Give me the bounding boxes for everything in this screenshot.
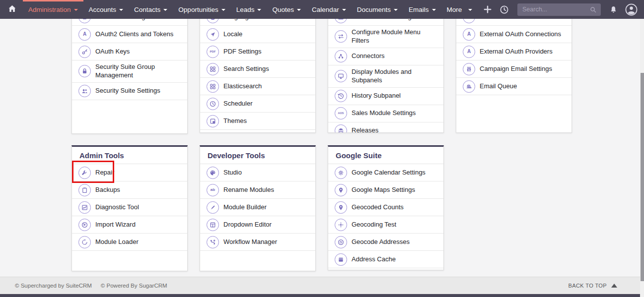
admin-link-security-suite-group-management[interactable]: Security Suite Group Management (72, 60, 187, 83)
admin-link-releases[interactable]: Releases (328, 122, 443, 133)
chevron-down-icon (221, 9, 225, 11)
admin-link-workflow-manager[interactable]: Workflow Manager (200, 234, 315, 251)
tools-icon (207, 201, 219, 214)
lock-icon (78, 65, 91, 77)
home-icon (8, 4, 16, 15)
admin-link-display-modules-and-subpanels[interactable]: Display Modules and Subpanels (328, 65, 443, 88)
footer-copyright: © Supercharged by SuiteCRM © Powered By … (15, 283, 167, 289)
admin-link-security-suite-settings[interactable]: Security Suite Settings (72, 83, 187, 100)
user-avatar[interactable] (625, 3, 638, 16)
chart-icon (78, 201, 91, 214)
admin-link-history-subpanel[interactable]: History Subpanel (328, 88, 443, 105)
admin-link-module-loader[interactable]: Module Loader (72, 234, 187, 251)
admin-link-label: Locale (223, 28, 242, 41)
search-input[interactable] (517, 3, 601, 16)
admin-link-repair[interactable]: Repair (72, 164, 187, 181)
admin-link-label: Module Builder (223, 201, 267, 214)
nav-item-label: Accounts (89, 6, 117, 13)
admin-link-scheduler[interactable]: Scheduler (200, 95, 315, 113)
admin-link-configure-module-menu-filters[interactable]: Configure Module Menu Filters (328, 26, 443, 48)
aos-icon: AOS (335, 107, 347, 119)
admin-link-email-queue[interactable]: Email Queue (456, 78, 572, 95)
navbar-right-controls (483, 3, 644, 16)
notifications-bell-icon[interactable] (609, 5, 618, 14)
nav-item-documents[interactable]: Documents (352, 0, 403, 19)
clipboard-icon (78, 184, 91, 196)
admin-link-label: Import Wizard (95, 218, 136, 232)
admin-link-search-settings[interactable]: Search Settings (200, 60, 315, 78)
nav-item-calendar[interactable]: Calendar (306, 0, 352, 19)
sliders-v-icon (463, 63, 475, 75)
scrollbar-track[interactable] (640, 19, 644, 297)
admin-link-studio[interactable]: Studio (200, 164, 315, 181)
oauth-a-icon: A (463, 46, 475, 58)
admin-link-geocode-addresses[interactable]: Geocode Addresses (328, 234, 443, 251)
copyright-suitecrm: © Supercharged by SuiteCRM (15, 283, 92, 289)
users-icon (78, 85, 91, 97)
admin-link-google-calendar-settings[interactable]: Google Calendar Settings (328, 164, 443, 181)
key-icon (78, 46, 91, 58)
admin-link-backups[interactable]: Backups (72, 181, 187, 199)
top-navbar: AdministrationAccountsContactsOpportunit… (0, 0, 644, 19)
box-icon (335, 253, 347, 266)
admin-link-label: Connectors (352, 50, 384, 63)
admin-link-locale[interactable]: Locale (200, 26, 315, 43)
admin-link-oauth2-clients-and-tokens[interactable]: AOAuth2 Clients and Tokens (72, 26, 187, 43)
admin-link-rename-modules[interactable]: abRename Modules (200, 181, 315, 199)
back-to-top-button[interactable]: BACK TO TOP (568, 283, 617, 289)
nav-item-label: Documents (357, 6, 391, 13)
nav-item-leads[interactable]: Leads (231, 0, 267, 19)
admin-link-google-maps-settings[interactable]: Google Maps Settings (328, 181, 443, 199)
nav-item-label: Leads (236, 6, 255, 13)
nav-item-emails[interactable]: Emails (403, 0, 441, 19)
nav-item-more[interactable]: More (441, 0, 478, 19)
admin-link-themes[interactable]: Themes (200, 113, 315, 130)
scrollbar-thumb[interactable] (641, 73, 644, 281)
panel-module-settings: Case Module SettingsConfigure Module Men… (328, 8, 444, 133)
admin-link-campaign-email-settings[interactable]: Campaign Email Settings (456, 60, 572, 78)
admin-link-import-wizard[interactable]: Import Wizard (72, 216, 187, 234)
oauth-a-icon: A (463, 28, 475, 41)
nav-item-accounts[interactable]: Accounts (83, 0, 129, 19)
snail-icon (463, 80, 475, 93)
nav-item-quotes[interactable]: Quotes (267, 0, 306, 19)
recently-viewed-clock-icon[interactable] (500, 5, 509, 14)
home-button[interactable] (8, 4, 16, 15)
admin-link-module-builder[interactable]: Module Builder (200, 199, 315, 216)
admin-link-label: Sales Module Settings (352, 107, 416, 120)
quick-create-plus-icon[interactable] (483, 5, 492, 14)
nav-item-contacts[interactable]: Contacts (129, 0, 173, 19)
panel-developer-tools: Developer ToolsStudioabRename ModulesMod… (200, 145, 316, 271)
nav-item-label: Calendar (312, 6, 339, 13)
panel-google-suite: Google SuiteGoogle Calendar SettingsGoog… (328, 145, 444, 270)
admin-link-label: Search Settings (223, 62, 269, 76)
arrow-up-icon (611, 284, 617, 288)
admin-link-geocoding-test[interactable]: Geocoding Test (328, 216, 443, 234)
bottom-bar (0, 294, 644, 297)
gear-icon (335, 167, 347, 179)
nav-item-opportunities[interactable]: Opportunities (173, 0, 230, 19)
admin-link-geocoded-counts[interactable]: Geocoded Counts (328, 199, 443, 216)
admin-link-elasticsearch[interactable]: Elasticsearch (200, 78, 315, 95)
admin-link-pdf-settings[interactable]: PDFPDF Settings (200, 43, 315, 60)
admin-link-label: Address Cache (352, 253, 396, 266)
nav-item-label: Administration (28, 6, 71, 13)
panel-email-settings: Outbound EmailAExternal OAuth Connection… (456, 8, 572, 133)
admin-link-connectors[interactable]: Connectors (328, 48, 443, 65)
nav-item-administration[interactable]: Administration (23, 0, 83, 19)
grid-icon (207, 63, 219, 75)
admin-link-label: Configure Module Menu Filters (352, 26, 437, 48)
admin-link-sales-module-settings[interactable]: AOSSales Module Settings (328, 105, 443, 122)
admin-link-label: Rename Modules (223, 183, 274, 197)
admin-link-oauth-keys[interactable]: OAuth Keys (72, 43, 187, 60)
admin-link-label: OAuth2 Clients and Tokens (95, 28, 173, 41)
nav-item-label: Opportunities (178, 6, 218, 13)
chevron-down-icon (74, 9, 78, 11)
admin-link-label: Diagnostic Tool (95, 201, 139, 214)
navigation-icon (207, 28, 219, 41)
admin-link-diagnostic-tool[interactable]: Diagnostic Tool (72, 199, 187, 216)
admin-link-external-oauth-providers[interactable]: AExternal OAuth Providers (456, 43, 572, 60)
admin-link-dropdown-editor[interactable]: Dropdown Editor (200, 216, 315, 234)
admin-link-address-cache[interactable]: Address Cache (328, 251, 443, 268)
admin-link-external-oauth-connections[interactable]: AExternal OAuth Connections (456, 26, 572, 43)
